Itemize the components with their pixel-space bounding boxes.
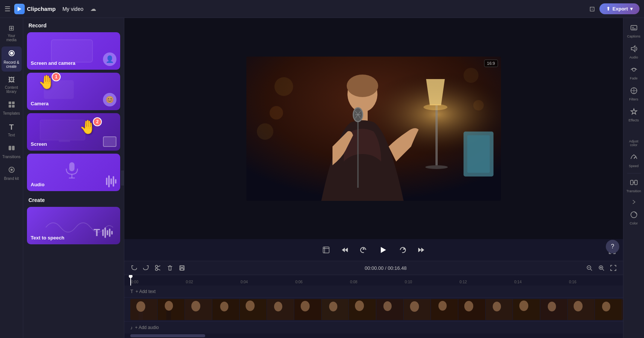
topbar-right: ⊡ ⬆ Export ▾ — [589, 3, 640, 14]
tts-label: Text to speech — [31, 235, 64, 241]
svg-marker-48 — [421, 248, 424, 252]
text-to-speech-card[interactable]: Text to speech T — [27, 207, 120, 244]
video-frame-10 — [376, 299, 403, 320]
export-button[interactable]: ⬆ Export ▾ — [599, 3, 640, 14]
svg-rect-116 — [635, 180, 637, 185]
skip-back-button[interactable] — [338, 244, 351, 256]
svg-point-76 — [274, 302, 282, 311]
color-tool-icon — [630, 211, 638, 220]
video-controls-wrap — [124, 239, 623, 261]
cut-button[interactable] — [153, 263, 163, 273]
right-tool-effects[interactable]: Effects — [625, 105, 643, 125]
svg-point-84 — [383, 301, 392, 311]
svg-marker-43 — [342, 248, 345, 252]
add-audio-button[interactable]: + Add audio — [135, 325, 159, 330]
menu-icon[interactable]: ☰ — [4, 5, 10, 13]
sidebar-item-transitions[interactable]: Transitions — [1, 142, 22, 162]
aspect-ratio-badge[interactable]: 16:9 — [484, 60, 498, 67]
rewind-button[interactable] — [357, 244, 370, 256]
right-tool-speed[interactable]: Speed — [625, 151, 643, 171]
video-frame-18 — [595, 299, 622, 320]
sidebar-item-brand-kit[interactable]: Brand kit — [1, 163, 22, 184]
screen-decoration — [103, 136, 116, 147]
ruler-mark-7: 0:14 — [514, 280, 568, 284]
right-tool-color[interactable]: Color — [625, 208, 643, 228]
zoom-out-button[interactable] — [584, 263, 595, 273]
svg-point-64 — [136, 301, 145, 312]
video-frame-9 — [349, 299, 376, 320]
svg-point-109 — [632, 68, 635, 71]
redo-button[interactable] — [141, 263, 151, 273]
video-title-input[interactable]: My video — [60, 4, 86, 13]
color-tool-label: Color — [630, 221, 638, 225]
zoom-in-button[interactable] — [596, 263, 607, 273]
play-button[interactable] — [376, 243, 390, 257]
svg-rect-21 — [435, 105, 438, 165]
video-frame-16 — [540, 299, 567, 320]
right-tool-audio[interactable]: Audio — [625, 42, 643, 62]
svg-point-82 — [355, 301, 364, 311]
svg-point-23 — [423, 104, 447, 110]
audio-card[interactable]: Audio — [27, 154, 120, 191]
svg-point-92 — [493, 302, 501, 311]
redo-icon — [143, 265, 149, 271]
logo-box: Clipchamp — [14, 4, 56, 14]
timeline-ruler: 0:00 0:02 0:04 0:06 0:08 0:10 0:12 0:14 … — [124, 275, 623, 286]
svg-marker-44 — [345, 248, 348, 252]
sidebar-item-templates[interactable]: Templates — [1, 98, 22, 118]
sidebar-item-your-media[interactable]: ⊞ Your media — [1, 21, 22, 45]
screen-card[interactable]: Screen — [27, 113, 120, 151]
sidebar-item-content-library[interactable]: 🖼 Content library — [1, 73, 22, 97]
right-tool-transition[interactable]: Transition — [625, 176, 643, 196]
svg-point-51 — [155, 265, 158, 268]
video-track[interactable] — [124, 298, 623, 322]
undo-button[interactable] — [129, 263, 139, 273]
fit-icon — [610, 265, 616, 271]
crop-button[interactable] — [320, 244, 332, 256]
svg-rect-11 — [51, 40, 92, 62]
video-container: 16:9 — [246, 57, 501, 201]
right-tool-adjust-color[interactable]: Adjust color — [625, 126, 643, 150]
sidebar-item-record-create[interactable]: Record & create — [1, 46, 22, 72]
ruler-mark-5: 0:10 — [404, 280, 459, 284]
svg-point-90 — [464, 301, 473, 311]
center-area: 16:9 — [124, 18, 623, 338]
captions-icon[interactable]: ⊡ — [589, 5, 595, 13]
svg-rect-7 — [9, 146, 11, 150]
right-tool-captions[interactable]: Captions — [625, 21, 643, 41]
captions-tool-icon — [630, 24, 638, 33]
svg-marker-108 — [631, 46, 635, 52]
screen-and-camera-card[interactable]: Screen and camera 👤 — [27, 32, 120, 70]
effects-tool-icon — [630, 108, 638, 117]
svg-point-74 — [246, 301, 255, 311]
right-tool-filters[interactable]: Filters — [625, 84, 643, 104]
scrollbar-thumb[interactable] — [130, 334, 205, 337]
camera-face-avatar: 😊 — [103, 93, 116, 106]
filters-tool-icon — [630, 87, 638, 96]
svg-rect-65 — [139, 312, 143, 320]
text-track: T + Add text — [124, 286, 623, 298]
right-tool-fade[interactable]: Fade — [625, 63, 643, 83]
collapse-panel-button[interactable]: ‹ — [121, 170, 124, 185]
rewind-icon — [360, 247, 367, 253]
sidebar-item-text[interactable]: T Text — [1, 120, 22, 140]
add-text-button[interactable]: + Add text — [136, 289, 156, 294]
svg-point-10 — [10, 169, 13, 171]
help-button[interactable]: ? — [606, 240, 619, 253]
sidebar-label-brand-kit: Brand kit — [4, 176, 19, 181]
fit-timeline-button[interactable] — [608, 263, 619, 273]
logo-icon — [14, 4, 25, 14]
delete-icon — [167, 265, 173, 271]
skip-forward-button[interactable] — [415, 244, 428, 256]
playhead[interactable] — [130, 275, 131, 286]
right-sidebar-collapse[interactable] — [625, 197, 643, 207]
svg-rect-105 — [631, 25, 637, 30]
play-icon — [379, 246, 387, 254]
forward-button[interactable] — [396, 244, 409, 256]
ruler-mark-4: 0:08 — [349, 280, 404, 284]
delete-button[interactable] — [165, 263, 175, 273]
svg-point-100 — [602, 302, 610, 311]
skip-back-icon — [341, 247, 348, 253]
save-to-timeline-button[interactable] — [177, 263, 187, 273]
camera-card[interactable]: Camera 😊 — [27, 73, 120, 110]
